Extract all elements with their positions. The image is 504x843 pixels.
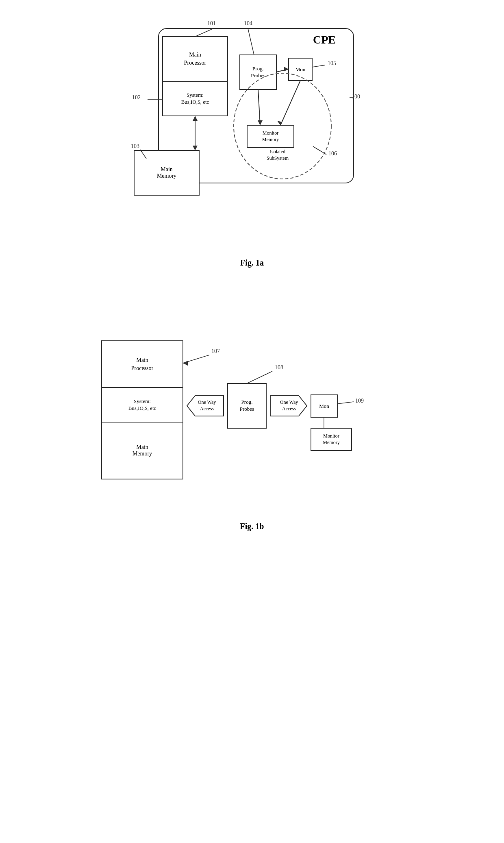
ref-107: 107 xyxy=(211,348,220,355)
svg-line-15 xyxy=(258,89,260,125)
svg-rect-30 xyxy=(311,395,337,417)
fig1b-caption: Fig. 1b xyxy=(240,522,264,531)
ref-106: 106 xyxy=(328,150,337,157)
main-memory-label-1b: MainMemory xyxy=(102,422,183,479)
svg-rect-6 xyxy=(247,125,294,148)
svg-line-36 xyxy=(337,402,354,404)
isolated-subsystem-label: IsolatedSubSystem xyxy=(251,149,304,161)
svg-marker-12 xyxy=(284,67,289,72)
prog-probes-label-1a: Prog.Probes xyxy=(240,55,276,89)
svg-rect-3 xyxy=(240,55,276,89)
fig1b-svg xyxy=(89,320,415,516)
svg-marker-16 xyxy=(258,120,263,125)
ref-103: 103 xyxy=(131,143,139,150)
cpe-label: CPE xyxy=(313,33,336,46)
svg-rect-7 xyxy=(134,150,199,195)
prog-probes-label-1b: Prog.Probes xyxy=(228,383,266,428)
svg-rect-28 xyxy=(228,383,266,428)
ref-104: 104 xyxy=(244,20,252,27)
ref-109: 109 xyxy=(355,398,364,404)
svg-marker-34 xyxy=(183,361,188,366)
svg-rect-24 xyxy=(102,341,183,479)
svg-rect-4 xyxy=(289,58,312,81)
svg-line-33 xyxy=(183,355,209,363)
svg-marker-27 xyxy=(187,396,224,416)
fig1b-diagram: 107 108 109 MainProcessor System:Bus,IO,… xyxy=(89,320,415,516)
svg-line-20 xyxy=(140,150,146,159)
main-processor-label-1a: MainProcessor xyxy=(163,37,228,81)
svg-marker-10 xyxy=(193,116,198,121)
one-way-access-left-label: One WayAccess xyxy=(190,396,224,416)
ref-102: 102 xyxy=(132,94,141,101)
svg-line-21 xyxy=(312,65,325,67)
page: 101 104 102 103 105 100 106 CPE MainProc… xyxy=(0,0,504,843)
one-way-access-right-label: One WayAccess xyxy=(272,396,306,416)
fig1a-diagram: 101 104 102 103 105 100 106 CPE MainProc… xyxy=(110,16,394,252)
main-processor-label-1b: MainProcessor xyxy=(102,341,183,388)
fig1a-svg xyxy=(110,16,394,252)
svg-line-13 xyxy=(280,81,300,125)
main-memory-label-1a: MainMemory xyxy=(134,150,199,195)
svg-line-35 xyxy=(247,371,272,383)
monitor-memory-label-1a: MonitorMemory xyxy=(247,125,294,148)
svg-marker-14 xyxy=(277,121,282,125)
svg-line-23 xyxy=(313,146,326,155)
svg-rect-2 xyxy=(163,81,228,116)
ref-105: 105 xyxy=(328,60,336,67)
svg-line-18 xyxy=(248,28,254,55)
svg-marker-9 xyxy=(193,146,198,150)
svg-line-17 xyxy=(195,28,213,37)
monitor-memory-label-1b: MonitorMemory xyxy=(311,428,352,451)
svg-rect-1 xyxy=(163,37,228,81)
system-bus-label-1b: System:Bus,IO,$, etc xyxy=(102,388,183,422)
mon-label-1a: Mon xyxy=(289,58,312,81)
svg-rect-0 xyxy=(159,28,354,183)
fig1a-caption: Fig. 1a xyxy=(240,258,264,268)
ref-108: 108 xyxy=(275,364,283,371)
mon-label-1b: Mon xyxy=(311,395,337,417)
svg-point-5 xyxy=(234,73,331,179)
svg-line-11 xyxy=(276,69,289,72)
ref-100: 100 xyxy=(352,94,360,100)
svg-rect-31 xyxy=(311,428,352,451)
system-bus-label-1a: System:Bus,IO,$, etc xyxy=(163,81,228,116)
ref-101: 101 xyxy=(207,20,216,27)
svg-marker-29 xyxy=(270,396,307,416)
